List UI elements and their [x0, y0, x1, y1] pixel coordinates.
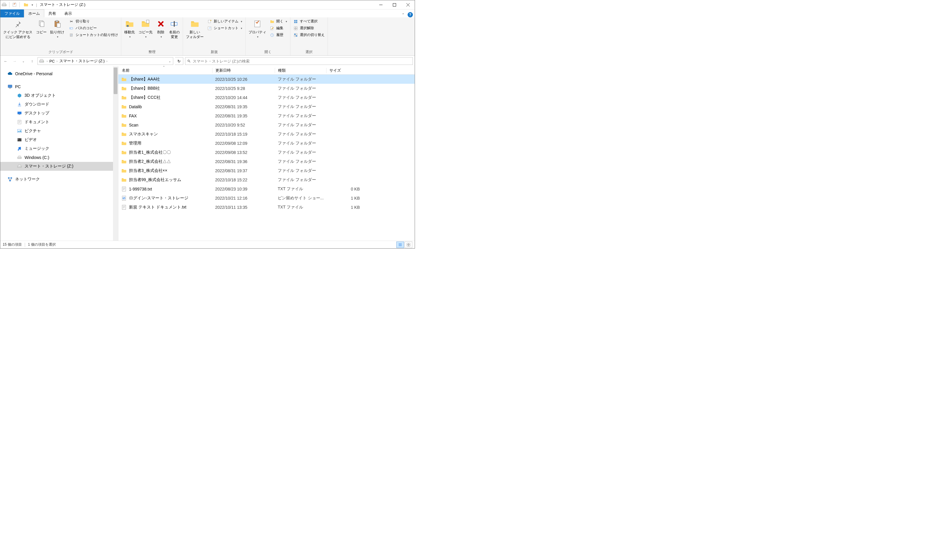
nav-forward-button[interactable]: → [11, 57, 18, 65]
file-row[interactable]: 【share】BBB社2022/10/25 9:28ファイル フォルダー [118, 84, 415, 93]
new-shortcut-button[interactable]: ショートカット▾ [205, 25, 244, 32]
svg-rect-37 [296, 20, 298, 21]
file-row[interactable]: スマホスキャン2022/10/18 15:19ファイル フォルダー [118, 129, 415, 138]
help-button[interactable]: ? [407, 12, 413, 17]
address-dropdown-icon[interactable]: ⌄ [166, 60, 173, 63]
tab-home[interactable]: ホーム [24, 9, 44, 17]
cut-button[interactable]: ✂切り取り [67, 18, 120, 25]
qat-dropdown-icon[interactable]: ▾ [32, 3, 33, 6]
paste-shortcut-button[interactable]: ショートカットの貼り付け [67, 32, 120, 38]
status-item-count: 15 個の項目 [3, 242, 22, 247]
tab-file[interactable]: ファイル [0, 9, 24, 17]
breadcrumb-chevron-icon[interactable]: › [55, 60, 59, 63]
search-box[interactable]: 🔍︎ [185, 57, 413, 65]
paste-shortcut-icon [69, 33, 74, 37]
tree-pictures[interactable]: ピクチャ [0, 126, 118, 135]
tree-onedrive[interactable]: OneDrive - Personal [0, 69, 118, 78]
file-row[interactable]: 【share】CCC社2022/10/20 14:44ファイル フォルダー [118, 93, 415, 102]
column-type[interactable]: 種類 [275, 68, 326, 73]
paste-button[interactable]: 貼り付け ▾ [48, 18, 66, 45]
nav-recent-dropdown[interactable]: ⌄ [20, 57, 27, 65]
address-bar[interactable]: › PC › スマート・ストレージ (Z:) › ⌄ [37, 57, 173, 65]
txt-icon [121, 205, 127, 210]
navigation-pane[interactable]: OneDrive - Personal PC 3D オブジェクト ダウンロード … [0, 66, 118, 241]
select-all-button[interactable]: すべて選択 [292, 18, 326, 25]
copy-button[interactable]: コピー [34, 18, 48, 45]
tree-desktop[interactable]: デスクトップ [0, 109, 118, 118]
new-item-button[interactable]: ✦新しいアイテム▾ [205, 18, 244, 25]
breadcrumb-drive[interactable]: スマート・ストレージ (Z:) [59, 58, 105, 64]
tree-pc[interactable]: PC [0, 82, 118, 91]
column-size[interactable]: サイズ [326, 68, 364, 73]
svg-rect-16 [393, 3, 396, 6]
nav-up-button[interactable]: ↑ [29, 57, 36, 65]
breadcrumb-chevron-icon[interactable]: › [45, 60, 49, 63]
file-list[interactable]: 【share】AAA社2022/10/25 10:26ファイル フォルダー【sh… [118, 75, 415, 241]
file-row[interactable]: 管理用2022/09/08 12:09ファイル フォルダー [118, 138, 415, 148]
svg-rect-27 [147, 20, 149, 23]
properties-button[interactable]: プロパティ▾ [247, 18, 268, 45]
file-row[interactable]: 担当者1_株式会社〇〇2022/09/08 13:52ファイル フォルダー [118, 148, 415, 157]
file-row[interactable]: 担当者2_株式会社△△2022/08/31 19:36ファイル フォルダー [118, 157, 415, 166]
move-to-button[interactable]: 移動先▾ [122, 18, 137, 45]
svg-rect-42 [294, 28, 296, 30]
invert-selection-button[interactable]: 選択の切り替え [292, 32, 326, 38]
tree-documents[interactable]: ドキュメント [0, 118, 118, 126]
tree-cdrive[interactable]: Windows (C:) [0, 153, 118, 162]
breadcrumb-chevron-icon[interactable]: › [105, 60, 109, 63]
view-details-button[interactable] [397, 242, 404, 248]
navpane-scrollbar[interactable] [113, 66, 118, 241]
search-input[interactable] [193, 59, 411, 63]
copy-path-button[interactable]: w:パスのコピー [67, 25, 120, 32]
tree-3d-objects[interactable]: 3D オブジェクト [0, 91, 118, 100]
qat-drive-icon[interactable] [2, 2, 7, 8]
history-button[interactable]: 履歴 [268, 32, 289, 38]
nav-back-button[interactable]: ← [2, 57, 9, 65]
file-name: 【share】CCC社 [129, 95, 160, 100]
file-row[interactable]: FAX2022/08/31 19:35ファイル フォルダー [118, 111, 415, 120]
breadcrumb-pc[interactable]: PC [49, 59, 55, 63]
pin-quickaccess-button[interactable]: クイック アクセス にピン留めする [2, 18, 34, 45]
tree-music[interactable]: ミュージック [0, 144, 118, 153]
file-row[interactable]: 1-999738.txt2022/08/23 10:39TXT ファイル0 KB [118, 184, 415, 194]
tab-share[interactable]: 共有 [44, 9, 60, 17]
svg-rect-33 [255, 21, 260, 27]
close-button[interactable] [401, 0, 415, 9]
refresh-button[interactable]: ↻ [175, 57, 183, 65]
qat-properties-icon[interactable] [12, 2, 17, 8]
file-name: FAX [129, 114, 137, 118]
file-name: ログイン-スマート・ストレージ [129, 195, 188, 201]
tree-videos[interactable]: ビデオ [0, 135, 118, 144]
pin-icon [13, 19, 23, 29]
file-type: ピン留めサイト ショー... [275, 195, 326, 201]
maximize-button[interactable] [387, 0, 401, 9]
tree-network[interactable]: ネットワーク [0, 175, 118, 184]
tree-downloads[interactable]: ダウンロード [0, 100, 118, 109]
file-row[interactable]: 新規 テキスト ドキュメント.txt2022/10/11 13:35TXT ファ… [118, 203, 415, 212]
file-row[interactable]: Datalib2022/08/31 19:35ファイル フォルダー [118, 102, 415, 111]
file-row[interactable]: Scan2022/10/20 9:52ファイル フォルダー [118, 120, 415, 129]
edit-button[interactable]: 編集 [268, 25, 289, 32]
file-row[interactable]: 担当者99_株式会社エッサム2022/10/18 15:22ファイル フォルダー [118, 175, 415, 184]
file-row[interactable]: 担当者3_株式会社××2022/08/31 19:37ファイル フォルダー [118, 166, 415, 175]
column-date[interactable]: 更新日時 [212, 68, 275, 73]
open-button[interactable]: 開く▾ [268, 18, 289, 25]
select-none-button[interactable]: 選択解除 [292, 25, 326, 32]
view-icons-button[interactable] [405, 242, 412, 248]
tab-view[interactable]: 表示 [60, 9, 76, 17]
ribbon-collapse-icon[interactable]: ⌃ [402, 13, 405, 17]
delete-button[interactable]: 削除▾ [154, 18, 167, 45]
file-row[interactable]: ログイン-スマート・ストレージ2022/10/21 12:16ピン留めサイト シ… [118, 194, 415, 203]
copy-to-button[interactable]: コピー先▾ [137, 18, 154, 45]
file-row[interactable]: 【share】AAA社2022/10/25 10:26ファイル フォルダー [118, 75, 415, 84]
new-folder-button[interactable]: 新しい フォルダー [184, 18, 205, 45]
minimize-button[interactable] [374, 0, 387, 9]
column-name[interactable]: 名前 [118, 68, 212, 73]
rename-button[interactable]: 名前の 変更 [167, 18, 182, 45]
file-name: 管理用 [129, 141, 141, 146]
paste-icon [52, 19, 62, 29]
svg-rect-44 [294, 33, 296, 35]
sort-indicator-icon: ⌃ [163, 65, 165, 69]
qat-folder-icon[interactable] [23, 2, 29, 8]
tree-zdrive[interactable]: スマート・ストレージ (Z:) [0, 162, 118, 171]
